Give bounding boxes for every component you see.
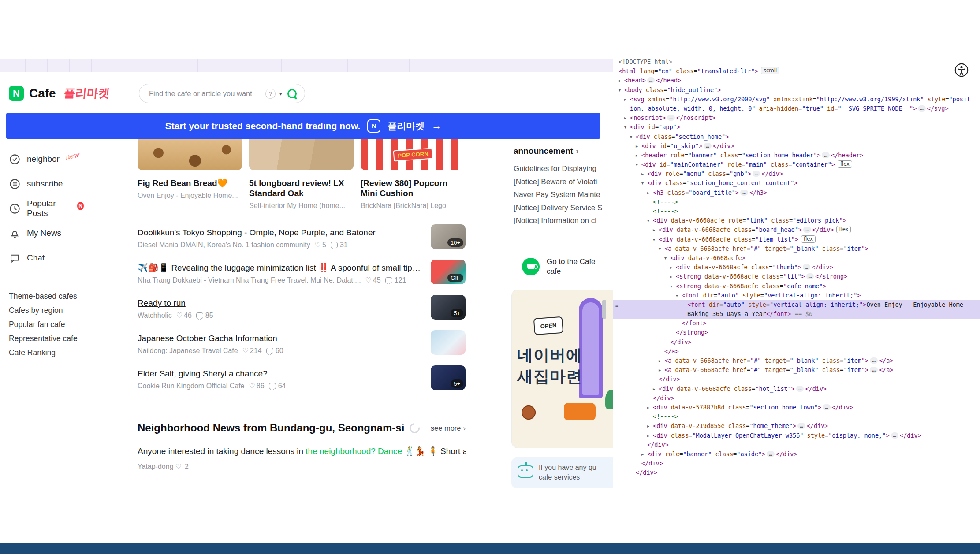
expand-arrow-icon[interactable]: ▸	[659, 365, 664, 375]
hot-list-item-5[interactable]: Elder Salt, giving Sheryl a chance? Cook…	[138, 364, 466, 399]
collapsed-ellipsis-button[interactable]: …	[803, 227, 811, 233]
devtools-line[interactable]: ▾<div data-v-6668acfe>	[613, 253, 980, 263]
sidebar-link-region-cafes[interactable]: Cafes by region	[9, 305, 79, 315]
expand-arrow-icon[interactable]: ▸	[670, 272, 676, 281]
devtools-line[interactable]: ▸<header role="banner" class="section_ho…	[613, 151, 980, 160]
announcement-link-2[interactable]: [Notice] Beware of Violati	[514, 175, 613, 189]
devtools-line[interactable]: ▸<div data-v-6668acfe class="board_head"…	[613, 225, 980, 234]
sidebar-link-theme-cafes[interactable]: Theme-based cafes	[9, 291, 79, 301]
expand-arrow-icon[interactable]: ▸	[636, 151, 641, 160]
hot-list-item-1[interactable]: Doolikkun's Tokyo Shopping - Omple, Nope…	[138, 223, 466, 258]
devtools-line[interactable]: ▸<div data-v-6668acfe class="hot_list">……	[613, 384, 980, 394]
collapsed-ellipsis-button[interactable]: …	[870, 367, 878, 373]
brand[interactable]: N Cafe 플리마켓	[9, 86, 110, 101]
devtools-line[interactable]: ▸<strong data-v-6668acfe class="tit">…</…	[613, 272, 980, 281]
post-thumbnail[interactable]: 5+	[431, 295, 466, 320]
town-post[interactable]: Anyone interested in taking dance lesson…	[138, 446, 466, 456]
expand-arrow-icon[interactable]: ▸	[641, 450, 647, 459]
collapsed-ellipsis-button[interactable]: …	[891, 432, 899, 439]
devtools-line[interactable]: ▾<strong data-v-6668acfe class="cafe_nam…	[613, 282, 980, 291]
devtools-line[interactable]: ▾<div data-v-6668acfe role="link" class=…	[613, 216, 980, 225]
sidebar-item-my-news[interactable]: My News	[9, 221, 84, 245]
devtools-line[interactable]: ▾<div id="mainContainer" role="main" cla…	[613, 160, 980, 169]
collapsed-ellipsis-button[interactable]: …	[803, 264, 811, 270]
help-widget[interactable]: If you have any qu cafe services	[511, 457, 613, 488]
scroll-badge[interactable]: scroll	[761, 67, 779, 74]
devtools-line[interactable]: </div>	[613, 440, 980, 450]
collapsed-ellipsis-button[interactable]: …	[918, 105, 926, 112]
collapsed-ellipsis-button[interactable]: …	[667, 115, 675, 121]
devtools-line[interactable]: ▾<a data-v-6668acfe href="#" target="_bl…	[613, 244, 980, 253]
devtools-line[interactable]: <!---->	[613, 412, 980, 421]
devtools-line[interactable]: ▸<a data-v-6668acfe href="#" target="_bl…	[613, 356, 980, 365]
collapse-arrow-icon[interactable]: ▾	[636, 160, 641, 169]
collapse-arrow-icon[interactable]: ▾	[619, 86, 624, 95]
expand-arrow-icon[interactable]: ▸	[647, 421, 653, 431]
collapse-arrow-icon[interactable]: ▾	[630, 132, 636, 141]
more-actions-icon[interactable]: …	[615, 300, 619, 309]
announcement-title[interactable]: announcement›	[514, 146, 613, 156]
help-icon[interactable]: ?	[265, 89, 276, 99]
sidebar-link-fan-cafes[interactable]: Popular fan cafe	[9, 320, 79, 329]
devtools-line[interactable]: <!---->	[613, 207, 980, 216]
collapsed-ellipsis-button[interactable]: …	[647, 77, 655, 83]
collapse-arrow-icon[interactable]: ▾	[641, 178, 647, 188]
search-input[interactable]	[148, 89, 265, 98]
collapse-arrow-icon[interactable]: ▾	[653, 235, 659, 244]
post-thumbnail[interactable]	[431, 330, 466, 355]
devtools-line[interactable]: </div>	[613, 394, 980, 403]
expand-arrow-icon[interactable]: ▸	[653, 384, 659, 394]
devtools-line[interactable]: ▸<h3 class="board_title">…</h3>	[613, 188, 980, 197]
collapse-arrow-icon[interactable]: ▾	[664, 253, 670, 263]
devtools-line[interactable]: ▾<body class="hide_outline">	[613, 86, 980, 95]
collapsed-ellipsis-button[interactable]: …	[870, 357, 878, 364]
devtools-line[interactable]: ▸<svg xmlns="http://www.w3.org/2000/svg"…	[613, 95, 980, 104]
hot-list-item-2[interactable]: ✈️🎒📱 Revealing the luggage minimization …	[138, 258, 466, 294]
collapsed-ellipsis-button[interactable]: …	[704, 143, 712, 149]
collapse-arrow-icon[interactable]: ▾	[676, 291, 682, 300]
devtools-line[interactable]: …<font dir="auto" style="vertical-align:…	[613, 300, 980, 309]
devtools-line[interactable]: ion: absolute; width: 0; height: 0" aria…	[613, 104, 980, 113]
card-image-popcorn-cushion[interactable]: POP CORN	[361, 139, 465, 170]
devtools-line[interactable]: ▾<div class="section_home_content conten…	[613, 178, 980, 188]
search-bar[interactable]: ?	[139, 84, 305, 103]
collapsed-ellipsis-button[interactable]: …	[796, 386, 804, 392]
announcement-link-3[interactable]: Naver Pay System Mainte	[514, 188, 613, 201]
scrollbar-thumb[interactable]	[602, 300, 606, 319]
devtools-line[interactable]: <html lang="en" class="translated-ltr">s…	[613, 67, 980, 76]
devtools-line[interactable]: </strong>	[613, 328, 980, 337]
devtools-line[interactable]: </a>	[613, 347, 980, 356]
devtools-line[interactable]: </div>	[613, 375, 980, 384]
flex-badge[interactable]: flex	[838, 160, 852, 168]
accessibility-icon[interactable]	[954, 63, 969, 79]
sidebar-link-cafe-ranking[interactable]: Cafe Ranking	[9, 348, 79, 357]
sidebar-item-neighbor[interactable]: neighbor new	[9, 147, 84, 171]
devtools-line[interactable]: </font>	[613, 319, 980, 328]
card-image-wood-floor[interactable]	[249, 139, 354, 170]
devtools-line[interactable]: ▸<div class="ModalLayer OpenChatLayer w3…	[613, 431, 980, 440]
collapse-arrow-icon[interactable]: ▾	[659, 244, 664, 253]
expand-arrow-icon[interactable]: ▸	[624, 113, 630, 123]
go-to-cafe-link[interactable]: Go to the Cafe cafe	[522, 257, 596, 276]
collapse-arrow-icon[interactable]: ▾	[647, 216, 653, 225]
devtools-line[interactable]: </div>	[613, 468, 980, 477]
expand-arrow-icon[interactable]: ▸	[653, 225, 659, 234]
devtools-line[interactable]: <!DOCTYPE html>	[613, 57, 980, 67]
expand-arrow-icon[interactable]: ▸	[659, 356, 664, 365]
devtools-line[interactable]: ▸<div role="banner" class="aside">…</div…	[613, 450, 980, 459]
devtools-line[interactable]: </div>	[613, 459, 980, 468]
sidebar-item-popular-posts[interactable]: Popular Posts N	[9, 196, 84, 221]
announcement-link-4[interactable]: [Notice] Delivery Service S	[514, 201, 613, 215]
devtools-line[interactable]: ▸<div id="u_skip">…</div>	[613, 141, 980, 151]
see-more-link[interactable]: see more›	[431, 424, 466, 432]
collapsed-ellipsis-button[interactable]: …	[753, 171, 760, 177]
promo-illustration-banner[interactable]: OPEN 네이버에 새집마련	[511, 290, 613, 448]
devtools-line[interactable]: ▾<div class="section_home">	[613, 132, 980, 141]
devtools-line[interactable]: <!---->	[613, 197, 980, 207]
search-icon[interactable]	[287, 89, 297, 98]
expand-arrow-icon[interactable]: ▸	[647, 431, 653, 440]
devtools-line[interactable]: ▸<a data-v-6668acfe href="#" target="_bl…	[613, 365, 980, 375]
collapsed-ellipsis-button[interactable]: …	[797, 423, 805, 429]
collapse-arrow-icon[interactable]: ▾	[624, 123, 630, 132]
collapsed-ellipsis-button[interactable]: …	[806, 273, 814, 279]
